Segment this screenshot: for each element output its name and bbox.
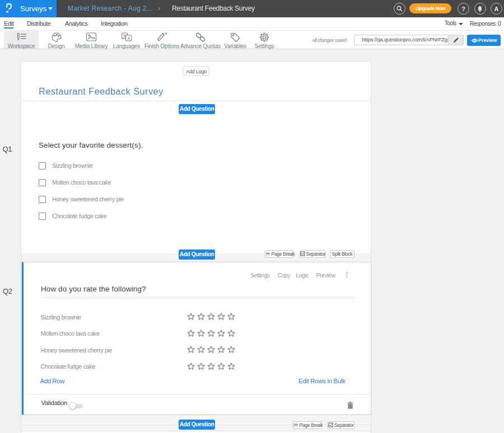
svg-text:文: 文 xyxy=(123,34,127,38)
svg-text:A: A xyxy=(127,36,130,40)
